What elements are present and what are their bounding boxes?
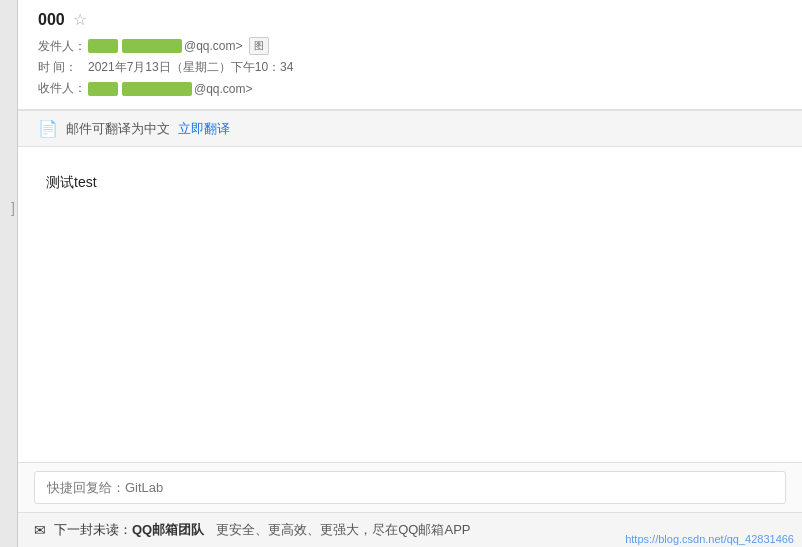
- recipient-email-suffix: @qq.com>: [194, 82, 253, 96]
- sidebar-bracket: ]: [11, 200, 15, 216]
- sender-name-blur: [88, 39, 118, 53]
- to-row: 收件人： @qq.com>: [38, 80, 782, 97]
- time-label: 时 间：: [38, 59, 88, 76]
- footer-watermark: https://blog.csdn.net/qq_42831466: [625, 533, 794, 545]
- from-row: 发件人： @qq.com> 图: [38, 37, 782, 55]
- email-header: 000 ☆ 发件人： @qq.com> 图 时 间： 2021年7月13日（星期…: [18, 0, 802, 110]
- email-subject: 000: [38, 11, 65, 29]
- translation-bar: 📄 邮件可翻译为中文 立即翻译: [18, 110, 802, 147]
- sender-domain-blur: [122, 39, 182, 53]
- sidebar-strip: ]: [0, 0, 18, 547]
- time-value: 2021年7月13日（星期二）下午10：34: [88, 59, 293, 76]
- next-email-sender[interactable]: QQ邮箱团队: [132, 521, 204, 539]
- subject-row: 000 ☆: [38, 10, 782, 29]
- quick-reply-area: [18, 462, 802, 512]
- translate-link[interactable]: 立即翻译: [178, 120, 230, 138]
- next-email-preview: 更安全、更高效、更强大，尽在QQ邮箱APP: [216, 521, 470, 539]
- translation-text: 邮件可翻译为中文: [66, 120, 170, 138]
- mail-icon: ✉: [34, 522, 46, 538]
- sender-email-suffix: @qq.com>: [184, 39, 243, 53]
- translate-icon: 📄: [38, 119, 58, 138]
- email-content: 测试test: [46, 171, 774, 193]
- to-label: 收件人：: [38, 80, 88, 97]
- email-body: 测试test: [18, 147, 802, 462]
- next-email-label: 下一封未读：: [54, 521, 132, 539]
- from-label: 发件人：: [38, 38, 88, 55]
- star-icon[interactable]: ☆: [73, 10, 87, 29]
- time-row: 时 间： 2021年7月13日（星期二）下午10：34: [38, 59, 782, 76]
- sender-icon[interactable]: 图: [249, 37, 269, 55]
- recipient-domain-blur: [122, 82, 192, 96]
- recipient-name-blur: [88, 82, 118, 96]
- quick-reply-input[interactable]: [34, 471, 786, 504]
